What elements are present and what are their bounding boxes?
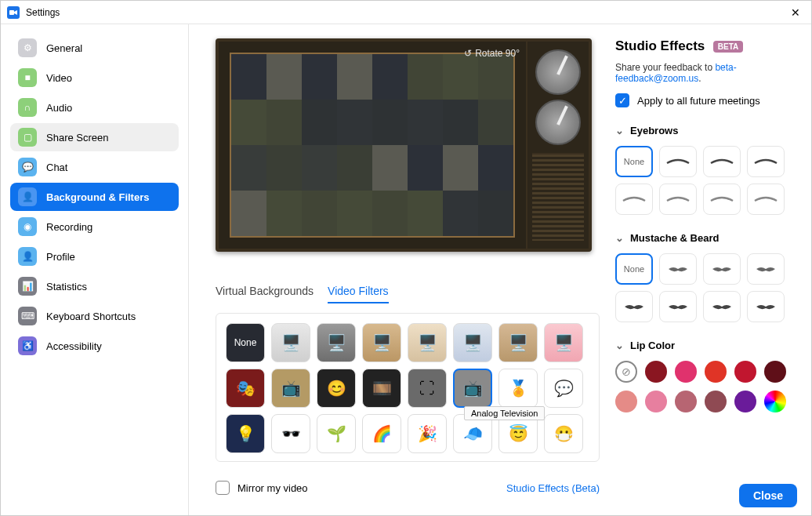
filter-party-hat[interactable]: 🎉 <box>408 414 447 453</box>
studio-effects-panel: Studio Effects BETA Share your feedback … <box>607 24 811 515</box>
lipcolor-swatch-7[interactable] <box>645 391 667 412</box>
sidebar-item-video[interactable]: ■Video <box>10 64 179 92</box>
filter-film-frame[interactable]: 🎞️ <box>362 369 401 408</box>
mustache-mus-3[interactable] <box>747 253 785 285</box>
chevron-down-icon: ⌄ <box>615 125 624 136</box>
filter-rainbow[interactable]: 🌈 <box>362 414 401 453</box>
filter-mask[interactable]: 😷 <box>544 414 583 453</box>
rotate-button[interactable]: ↺ Rotate 90° <box>464 48 520 59</box>
filter-tan[interactable]: 🖥️ <box>498 323 538 362</box>
lipcolor-swatch-2[interactable] <box>675 361 697 383</box>
chat-icon: 💬 <box>18 158 37 176</box>
filter-ribbon[interactable]: 🏅 <box>498 369 538 408</box>
filter-warm[interactable]: 🖥️ <box>408 323 447 362</box>
sidebar-item-chat[interactable]: 💬Chat <box>10 153 179 181</box>
eyebrow-none[interactable]: None <box>615 146 653 177</box>
filter-tv-color[interactable]: 📺 <box>271 369 310 408</box>
window-close-button[interactable]: ✕ <box>786 3 805 22</box>
lipcolor-section-header[interactable]: ⌄ Lip Color <box>615 340 797 351</box>
chevron-down-icon: ⌄ <box>615 232 624 244</box>
filter-tooltip: Analog Television <box>464 406 545 420</box>
sidebar-item-accessibility[interactable]: ♿Accessibility <box>10 332 179 360</box>
lipcolor-swatch-10[interactable] <box>734 391 756 412</box>
mustache-section-header[interactable]: ⌄ Mustache & Beard <box>615 232 797 244</box>
eyebrow-brow-7[interactable] <box>747 184 785 215</box>
tv-speaker <box>532 153 584 241</box>
lipcolor-none[interactable]: ⊘ <box>615 361 637 383</box>
sidebar-item-label: General <box>46 42 82 54</box>
video-icon: ■ <box>18 68 37 87</box>
mustache-mus-4[interactable] <box>615 291 653 322</box>
bottom-row: Mirror my video Studio Effects (Beta) <box>216 481 600 495</box>
titlebar: Settings ✕ <box>1 1 811 24</box>
lipcolor-swatch-9[interactable] <box>705 391 727 412</box>
sidebar-item-label: Profile <box>46 251 75 263</box>
apply-all-checkbox[interactable]: ✓ <box>615 93 629 107</box>
filter-bw[interactable]: 🖥️ <box>317 323 356 362</box>
eyebrow-brow-2[interactable] <box>703 146 741 177</box>
lipcolor-grid: ⊘ <box>615 361 797 412</box>
mustache-mus-7[interactable] <box>747 291 785 322</box>
beta-badge: BETA <box>713 41 743 53</box>
recording-icon: ◉ <box>18 217 37 236</box>
eyebrow-brow-1[interactable] <box>659 146 697 177</box>
mustache-mus-2[interactable] <box>703 253 741 285</box>
lipcolor-swatch-3[interactable] <box>705 361 727 383</box>
lipcolor-swatch-5[interactable] <box>764 361 786 383</box>
close-button[interactable]: Close <box>739 484 797 507</box>
window-title: Settings <box>26 7 60 18</box>
tab-video-filters[interactable]: Video Filters <box>328 285 389 303</box>
filter-analog-tv[interactable]: 📺 <box>453 369 492 408</box>
eyebrows-grid: None <box>615 146 797 215</box>
sidebar-item-general[interactable]: ⚙General <box>10 34 179 62</box>
mustache-none[interactable]: None <box>615 253 653 285</box>
lipcolor-swatch-8[interactable] <box>675 391 697 412</box>
sidebar-item-audio[interactable]: ∩Audio <box>10 93 179 122</box>
sidebar-item-share-screen[interactable]: ▢Share Screen <box>10 123 179 151</box>
eyebrow-brow-5[interactable] <box>659 184 697 215</box>
filter-pink[interactable]: 🖥️ <box>544 323 583 362</box>
filter-speech[interactable]: 💬 <box>544 369 583 408</box>
sidebar-item-label: Keyboard Shortcuts <box>46 311 136 322</box>
filter-target[interactable]: ⛶ <box>408 369 447 408</box>
mustache-mus-1[interactable] <box>659 253 697 285</box>
filter-tabs: Virtual BackgroundsVideo Filters <box>216 285 604 303</box>
sidebar-item-label: Video <box>46 72 72 84</box>
filter-theater[interactable]: 🎭 <box>226 369 265 408</box>
apply-all-label: Apply to all future meetings <box>637 95 760 107</box>
filter-sprout[interactable]: 🌱 <box>317 414 356 453</box>
studio-effects-link[interactable]: Studio Effects (Beta) <box>506 482 600 494</box>
filter-deal-glasses[interactable]: 🕶️ <box>271 414 310 453</box>
mustache-grid: None <box>615 253 797 322</box>
video-filter-grid: Analog Television None🖥️🖥️🖥️🖥️🖥️🖥️🖥️🎭📺😊🎞… <box>216 313 600 462</box>
mirror-video-checkbox[interactable] <box>216 481 230 495</box>
sidebar-item-keyboard-shortcuts[interactable]: ⌨Keyboard Shortcuts <box>10 302 179 330</box>
filter-original[interactable]: 🖥️ <box>271 323 310 362</box>
filter-none[interactable]: None <box>226 323 265 362</box>
sidebar-item-background-filters[interactable]: 👤Background & Filters <box>10 183 179 211</box>
tv-dial-1 <box>535 49 581 95</box>
tab-virtual-backgrounds[interactable]: Virtual Backgrounds <box>216 285 314 303</box>
mustache-mus-6[interactable] <box>703 291 741 322</box>
filter-lights[interactable]: 💡 <box>226 414 265 453</box>
eyebrow-brow-4[interactable] <box>615 184 653 215</box>
filter-cool[interactable]: 🖥️ <box>453 323 492 362</box>
rotate-icon: ↺ <box>464 48 472 59</box>
background-filters-icon: 👤 <box>18 187 37 206</box>
eyebrows-section-header[interactable]: ⌄ Eyebrows <box>615 125 797 136</box>
lipcolor-rainbow[interactable] <box>764 391 786 412</box>
lipcolor-swatch-1[interactable] <box>645 361 667 383</box>
tv-dial-2 <box>535 100 581 145</box>
lipcolor-swatch-6[interactable] <box>615 391 637 412</box>
chevron-down-icon: ⌄ <box>615 340 624 351</box>
mustache-mus-5[interactable] <box>659 291 697 322</box>
eyebrow-brow-6[interactable] <box>703 184 741 215</box>
filter-emoji-frame[interactable]: 😊 <box>317 369 356 408</box>
mirror-video-label: Mirror my video <box>237 482 308 494</box>
lipcolor-swatch-4[interactable] <box>734 361 756 383</box>
sidebar-item-profile[interactable]: 👤Profile <box>10 242 179 271</box>
sidebar-item-statistics[interactable]: 📊Statistics <box>10 272 179 300</box>
eyebrow-brow-3[interactable] <box>747 146 785 177</box>
filter-sepia[interactable]: 🖥️ <box>362 323 401 362</box>
sidebar-item-recording[interactable]: ◉Recording <box>10 213 179 241</box>
